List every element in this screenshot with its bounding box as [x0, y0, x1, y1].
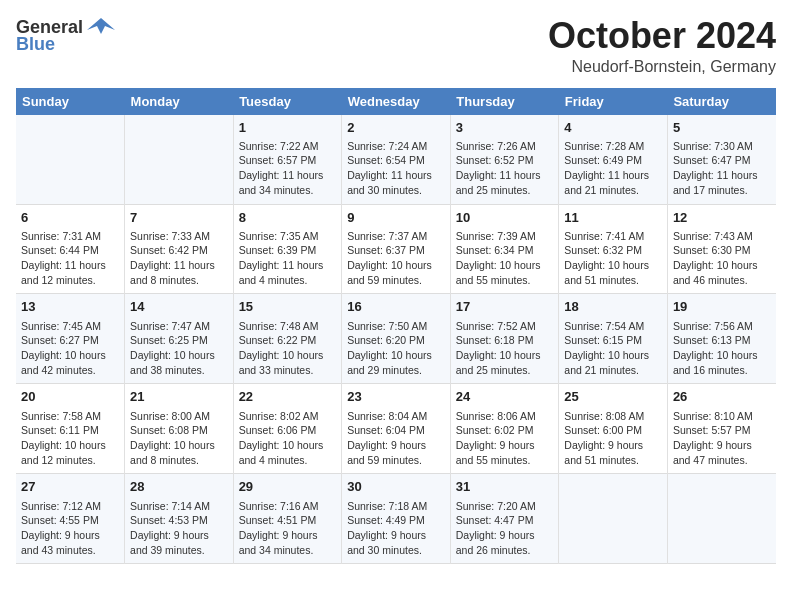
- day-detail: Daylight: 9 hours and 30 minutes.: [347, 528, 445, 557]
- calendar-cell: 4Sunrise: 7:28 AMSunset: 6:49 PMDaylight…: [559, 115, 668, 204]
- day-detail: Daylight: 10 hours and 8 minutes.: [130, 438, 228, 467]
- day-detail: Sunset: 6:54 PM: [347, 153, 445, 168]
- day-detail: Sunrise: 7:58 AM: [21, 409, 119, 424]
- day-detail: Daylight: 10 hours and 21 minutes.: [564, 348, 662, 377]
- day-detail: Daylight: 10 hours and 51 minutes.: [564, 258, 662, 287]
- calendar-cell: 9Sunrise: 7:37 AMSunset: 6:37 PMDaylight…: [342, 204, 451, 294]
- day-detail: Sunrise: 7:16 AM: [239, 499, 337, 514]
- day-detail: Sunset: 4:53 PM: [130, 513, 228, 528]
- day-detail: Daylight: 11 hours and 21 minutes.: [564, 168, 662, 197]
- day-detail: Sunrise: 7:54 AM: [564, 319, 662, 334]
- day-of-week-header: Monday: [125, 88, 234, 115]
- day-detail: Daylight: 10 hours and 42 minutes.: [21, 348, 119, 377]
- day-number: 7: [130, 209, 228, 227]
- day-detail: Sunset: 6:22 PM: [239, 333, 337, 348]
- calendar-cell: 24Sunrise: 8:06 AMSunset: 6:02 PMDayligh…: [450, 384, 559, 474]
- calendar-header-row: SundayMondayTuesdayWednesdayThursdayFrid…: [16, 88, 776, 115]
- day-detail: Sunset: 6:52 PM: [456, 153, 554, 168]
- calendar-cell: 30Sunrise: 7:18 AMSunset: 4:49 PMDayligh…: [342, 474, 451, 564]
- day-detail: Sunrise: 7:12 AM: [21, 499, 119, 514]
- logo-bird-icon: [87, 16, 115, 38]
- day-detail: Sunset: 6:04 PM: [347, 423, 445, 438]
- day-detail: Sunset: 6:00 PM: [564, 423, 662, 438]
- calendar-cell: 31Sunrise: 7:20 AMSunset: 4:47 PMDayligh…: [450, 474, 559, 564]
- page-header: General Blue October 2024 Neudorf-Bornst…: [16, 16, 776, 76]
- day-number: 20: [21, 388, 119, 406]
- month-title: October 2024: [548, 16, 776, 56]
- day-number: 27: [21, 478, 119, 496]
- calendar-cell: 3Sunrise: 7:26 AMSunset: 6:52 PMDaylight…: [450, 115, 559, 204]
- day-of-week-header: Saturday: [667, 88, 776, 115]
- day-detail: Sunrise: 7:18 AM: [347, 499, 445, 514]
- day-detail: Sunset: 6:25 PM: [130, 333, 228, 348]
- day-detail: Daylight: 11 hours and 4 minutes.: [239, 258, 337, 287]
- calendar-cell: 27Sunrise: 7:12 AMSunset: 4:55 PMDayligh…: [16, 474, 125, 564]
- logo: General Blue: [16, 16, 115, 55]
- day-detail: Sunset: 6:37 PM: [347, 243, 445, 258]
- day-detail: Sunrise: 7:39 AM: [456, 229, 554, 244]
- day-detail: Sunrise: 8:06 AM: [456, 409, 554, 424]
- day-detail: Daylight: 11 hours and 17 minutes.: [673, 168, 771, 197]
- day-detail: Sunset: 6:15 PM: [564, 333, 662, 348]
- day-detail: Daylight: 11 hours and 12 minutes.: [21, 258, 119, 287]
- day-detail: Sunset: 4:49 PM: [347, 513, 445, 528]
- day-detail: Sunrise: 7:43 AM: [673, 229, 771, 244]
- calendar-cell: 28Sunrise: 7:14 AMSunset: 4:53 PMDayligh…: [125, 474, 234, 564]
- calendar-cell: [559, 474, 668, 564]
- day-detail: Sunrise: 7:37 AM: [347, 229, 445, 244]
- calendar-week-row: 27Sunrise: 7:12 AMSunset: 4:55 PMDayligh…: [16, 474, 776, 564]
- day-number: 15: [239, 298, 337, 316]
- day-number: 18: [564, 298, 662, 316]
- day-detail: Daylight: 11 hours and 30 minutes.: [347, 168, 445, 197]
- day-of-week-header: Wednesday: [342, 88, 451, 115]
- day-number: 13: [21, 298, 119, 316]
- calendar-cell: 23Sunrise: 8:04 AMSunset: 6:04 PMDayligh…: [342, 384, 451, 474]
- day-number: 3: [456, 119, 554, 137]
- calendar-cell: 15Sunrise: 7:48 AMSunset: 6:22 PMDayligh…: [233, 294, 342, 384]
- calendar-cell: 1Sunrise: 7:22 AMSunset: 6:57 PMDaylight…: [233, 115, 342, 204]
- day-detail: Sunrise: 8:04 AM: [347, 409, 445, 424]
- calendar-cell: 10Sunrise: 7:39 AMSunset: 6:34 PMDayligh…: [450, 204, 559, 294]
- day-number: 30: [347, 478, 445, 496]
- day-number: 16: [347, 298, 445, 316]
- calendar-cell: 12Sunrise: 7:43 AMSunset: 6:30 PMDayligh…: [667, 204, 776, 294]
- day-detail: Daylight: 9 hours and 39 minutes.: [130, 528, 228, 557]
- day-detail: Sunrise: 7:24 AM: [347, 139, 445, 154]
- calendar-week-row: 13Sunrise: 7:45 AMSunset: 6:27 PMDayligh…: [16, 294, 776, 384]
- day-number: 24: [456, 388, 554, 406]
- day-detail: Sunrise: 8:02 AM: [239, 409, 337, 424]
- day-detail: Sunrise: 7:47 AM: [130, 319, 228, 334]
- day-detail: Sunset: 6:18 PM: [456, 333, 554, 348]
- day-detail: Daylight: 9 hours and 51 minutes.: [564, 438, 662, 467]
- day-of-week-header: Tuesday: [233, 88, 342, 115]
- day-detail: Daylight: 11 hours and 34 minutes.: [239, 168, 337, 197]
- day-detail: Sunrise: 8:08 AM: [564, 409, 662, 424]
- day-number: 4: [564, 119, 662, 137]
- day-detail: Daylight: 10 hours and 16 minutes.: [673, 348, 771, 377]
- day-detail: Sunrise: 8:00 AM: [130, 409, 228, 424]
- day-detail: Daylight: 9 hours and 26 minutes.: [456, 528, 554, 557]
- day-detail: Sunrise: 7:35 AM: [239, 229, 337, 244]
- day-number: 11: [564, 209, 662, 227]
- day-detail: Sunrise: 7:31 AM: [21, 229, 119, 244]
- day-detail: Sunrise: 7:33 AM: [130, 229, 228, 244]
- day-number: 29: [239, 478, 337, 496]
- day-detail: Sunrise: 7:26 AM: [456, 139, 554, 154]
- day-detail: Sunset: 4:51 PM: [239, 513, 337, 528]
- calendar-cell: 21Sunrise: 8:00 AMSunset: 6:08 PMDayligh…: [125, 384, 234, 474]
- calendar-cell: 29Sunrise: 7:16 AMSunset: 4:51 PMDayligh…: [233, 474, 342, 564]
- day-number: 26: [673, 388, 771, 406]
- day-number: 1: [239, 119, 337, 137]
- day-detail: Sunset: 6:11 PM: [21, 423, 119, 438]
- calendar-cell: 20Sunrise: 7:58 AMSunset: 6:11 PMDayligh…: [16, 384, 125, 474]
- day-number: 14: [130, 298, 228, 316]
- day-detail: Sunset: 4:47 PM: [456, 513, 554, 528]
- day-detail: Sunrise: 8:10 AM: [673, 409, 771, 424]
- day-detail: Daylight: 9 hours and 43 minutes.: [21, 528, 119, 557]
- day-detail: Sunset: 6:57 PM: [239, 153, 337, 168]
- day-detail: Sunset: 6:02 PM: [456, 423, 554, 438]
- day-number: 22: [239, 388, 337, 406]
- day-detail: Sunset: 6:34 PM: [456, 243, 554, 258]
- day-number: 17: [456, 298, 554, 316]
- day-detail: Daylight: 10 hours and 33 minutes.: [239, 348, 337, 377]
